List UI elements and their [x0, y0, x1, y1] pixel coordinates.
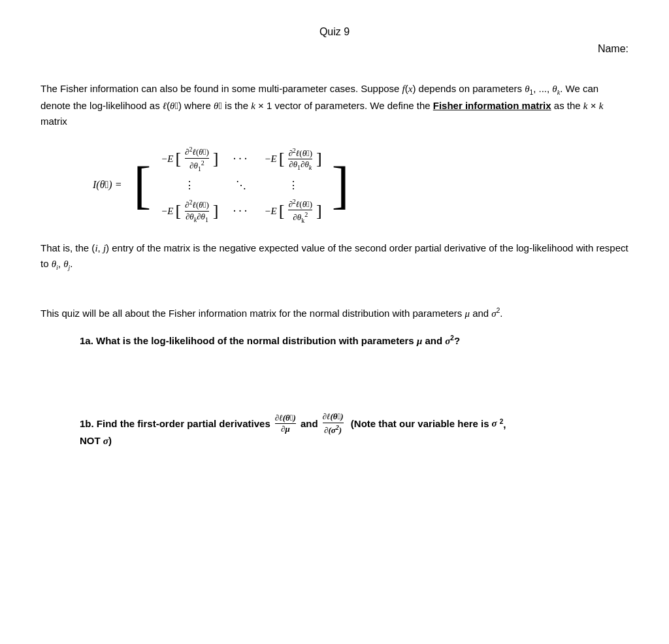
matrix-bracket-right: ] — [332, 159, 350, 211]
matrix-cell-1k: −E [ ∂2ℓ(θ⃗) ∂θ1∂θk ] — [264, 147, 321, 171]
page-title: Quiz 9 — [319, 26, 350, 37]
matrix-vdots-right: ⋮ — [264, 179, 321, 191]
intro-paragraph: The Fisher information can also be found… — [41, 81, 628, 129]
matrix-section: I(θ⃗) = [ −E [ ∂2ℓ(θ⃗) ∂θ12 ] ··· — [93, 142, 628, 227]
matrix-dots-12: ··· — [228, 152, 254, 166]
matrix-ddots: ⋱ — [228, 179, 254, 191]
matrix-content: −E [ ∂2ℓ(θ⃗) ∂θ12 ] ··· −E [ ∂2ℓ(θ⃗) ∂θ1… — [161, 142, 322, 227]
matrix-dots-k2: ··· — [228, 204, 254, 218]
matrix-equation: I(θ⃗) = [ −E [ ∂2ℓ(θ⃗) ∂θ12 ] ··· — [93, 142, 628, 227]
name-label: Name: — [598, 43, 628, 54]
page-container: Quiz 9 Name: The Fisher information can … — [41, 26, 628, 447]
question-1b-continued: NOT σ) — [80, 435, 628, 447]
question-1a: 1a. What is the log-likelihood of the no… — [80, 334, 628, 347]
matrix-lhs: I(θ⃗) = — [93, 179, 122, 191]
matrix-cell-kk: −E [ ∂2ℓ(θ⃗) ∂θk2 ] — [264, 198, 321, 225]
matrix-vdots-left: ⋮ — [161, 179, 218, 191]
description-text: That is, the (i, j) entry of the matrix … — [41, 240, 628, 273]
matrix-bracket-left: [ — [133, 159, 151, 211]
spacer1 — [41, 286, 628, 306]
question-1b: 1b. Find the first-order partial derivat… — [80, 412, 628, 435]
quiz-intro: This quiz will be all about the Fisher i… — [41, 306, 628, 321]
answer-area-1a — [41, 347, 628, 399]
matrix-cell-k1: −E [ ∂2ℓ(θ⃗) ∂θk∂θ1 ] — [161, 199, 218, 223]
matrix-cell-11: −E [ ∂2ℓ(θ⃗) ∂θ12 ] — [161, 146, 218, 172]
title-section: Quiz 9 — [41, 26, 628, 38]
name-section: Name: — [41, 43, 628, 55]
